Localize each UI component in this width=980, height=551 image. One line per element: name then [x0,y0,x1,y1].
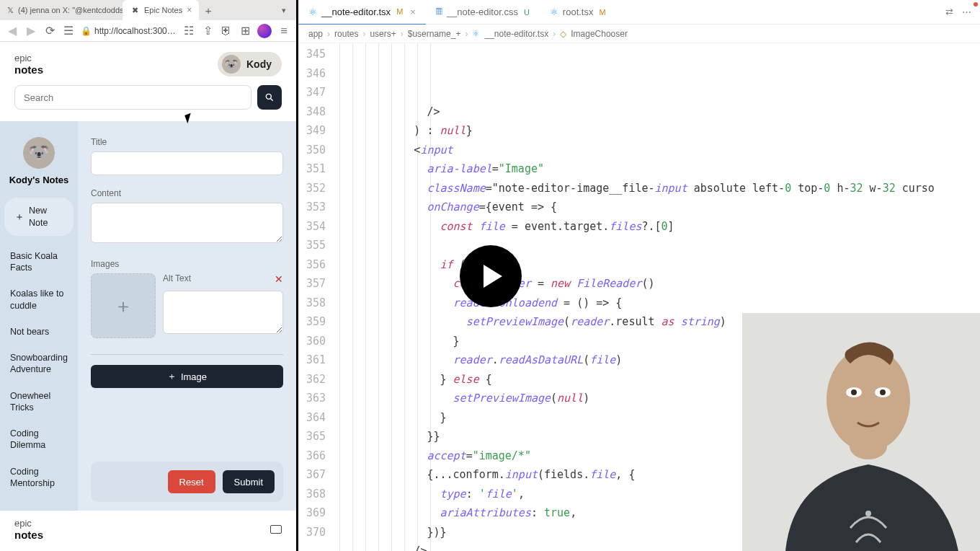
sidebar-item[interactable]: Snowboarding Adventure [0,345,78,383]
sidebar-item[interactable]: Koalas like to cuddle [0,281,78,319]
sidebar-item-new-note[interactable]: ＋ New Note [4,198,74,236]
address-bar: ◀ ▶ ⟳ ☰ 🔒http://localhost:3000/users... … [0,20,296,42]
svg-point-5 [851,389,857,395]
x-favicon: 𝕏 [7,5,14,15]
user-chip[interactable]: 🐨 Kody [218,52,282,76]
alt-text-input[interactable] [163,291,283,334]
ide-tab-note-editor-css[interactable]: 𝄜 __note-editor.css U [426,0,540,25]
note-editor-form: Title Content Images ＋ Alt [78,121,296,511]
remove-image-icon[interactable]: ✕ [275,273,283,285]
sidebar-toggle-icon[interactable]: ☰ [62,25,75,38]
images-label: Images [91,259,283,269]
menu-icon[interactable]: ≡ [277,25,290,38]
sidebar-owner: Kody's Notes [6,175,72,186]
reload-icon[interactable]: ⟳ [43,25,56,38]
sidebar-item[interactable]: Coding Mentorship [0,459,78,497]
webcam-feed [742,313,980,551]
symbol-icon: ◇ [560,29,566,39]
close-icon[interactable]: × [410,6,416,17]
close-icon[interactable]: × [187,5,192,15]
react-file-icon: ⚛ [472,29,480,39]
new-tab-button[interactable]: + [199,0,218,20]
app-brand[interactable]: epic notes [14,53,43,76]
avatar-icon: 🐨 [23,137,55,169]
line-gutter: 3453463473483493503513523533543553563573… [298,43,333,551]
more-icon[interactable]: ⋯ [962,6,971,17]
profile-avatar[interactable] [257,24,272,38]
content-label: Content [91,188,283,198]
browser-tab-active[interactable]: ✖ Epic Notes × [122,0,199,20]
search-input[interactable] [14,85,251,110]
nav-forward-icon[interactable]: ▶ [24,25,37,38]
sidebar-item[interactable]: Basic Koala Facts [0,243,78,281]
svg-point-8 [865,511,871,516]
divider [91,354,283,355]
mouse-cursor [186,114,193,124]
svg-point-7 [850,433,887,459]
compare-icon[interactable]: ⇄ [945,6,953,17]
ide-tab-bar: ⚛ __note-editor.tsx M × 𝄜 __note-editor.… [298,0,980,25]
image-dropzone[interactable]: ＋ [91,273,156,338]
user-name: Kody [246,58,272,70]
browser-tab-strip: 𝕏 (4) jenna on X: "@kentcdodds @ts ✖ Epi… [0,0,296,20]
add-image-button[interactable]: ＋ Image [91,365,283,388]
submit-button[interactable]: Submit [223,470,275,493]
tab-list-caret[interactable]: ▾ [276,0,292,20]
reset-button[interactable]: Reset [168,470,215,493]
svg-point-6 [880,389,886,395]
title-input[interactable] [91,151,283,175]
svg-line-1 [270,98,272,100]
tab-title: Epic Notes [144,6,182,14]
sidebar-item[interactable]: Not bears [0,319,78,345]
alt-text-label: Alt Text [163,273,191,283]
play-button[interactable] [460,245,522,307]
sidebar-user[interactable]: 🐨 Kody's Notes [0,137,78,198]
recording-indicator [974,2,978,6]
nav-back-icon[interactable]: ◀ [6,25,19,38]
notes-sidebar: 🐨 Kody's Notes ＋ New Note Basic Koala Fa… [0,121,78,511]
search-icon [264,92,275,102]
plus-icon: ＋ [14,210,24,223]
lock-icon: 🔒 [81,26,92,36]
avatar-icon: 🐨 [222,55,241,74]
ide-tab-root-tsx[interactable]: ⚛ root.tsx M [540,0,616,25]
extensions-icon[interactable]: ⊞ [239,25,251,38]
search-button[interactable] [257,85,282,110]
sidebar-item[interactable]: Onewheel Tricks [0,383,78,421]
breadcrumb[interactable]: app› routes› users+› $username_+› ⚛ __no… [298,25,980,43]
app-brand-footer[interactable]: epic notes [14,518,43,541]
svg-point-0 [266,94,271,99]
reader-icon[interactable]: ☷ [182,25,195,38]
react-file-icon: ⚛ [550,6,558,17]
screen-icon[interactable] [270,525,282,534]
plus-icon: ＋ [114,294,133,319]
title-label: Title [91,137,283,147]
css-file-icon: 𝄜 [436,6,442,18]
browser-tab-inactive[interactable]: 𝕏 (4) jenna on X: "@kentcdodds @ts [0,0,122,20]
sidebar-item[interactable]: Coding Dilemma [0,420,78,459]
content-textarea[interactable] [91,203,283,243]
plus-icon: ＋ [167,370,177,383]
epic-favicon: ✖ [130,5,140,15]
shield-icon[interactable]: ⛨ [220,25,233,38]
url-display[interactable]: 🔒http://localhost:3000/users... [81,26,177,36]
react-file-icon: ⚛ [308,6,317,17]
ide-tab-note-editor-tsx[interactable]: ⚛ __note-editor.tsx M × [298,0,426,25]
tab-title: (4) jenna on X: "@kentcdodds @ts [18,6,122,14]
share-icon[interactable]: ⇪ [201,25,214,38]
